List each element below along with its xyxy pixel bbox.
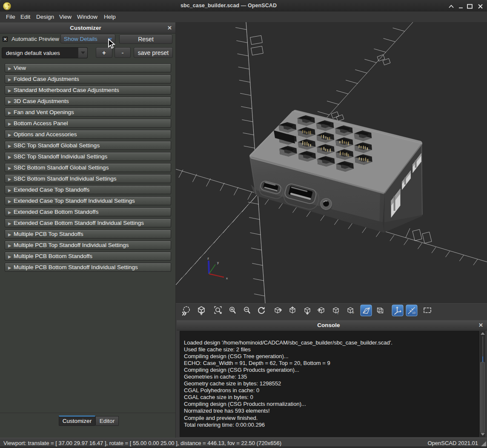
- svg-text:b: b: [352, 310, 354, 314]
- svg-text:z: z: [207, 256, 209, 260]
- svg-text:x: x: [226, 276, 228, 280]
- svg-text:f: f: [338, 310, 339, 314]
- svg-text:y: y: [217, 261, 219, 264]
- svg-text:10: 10: [412, 311, 415, 314]
